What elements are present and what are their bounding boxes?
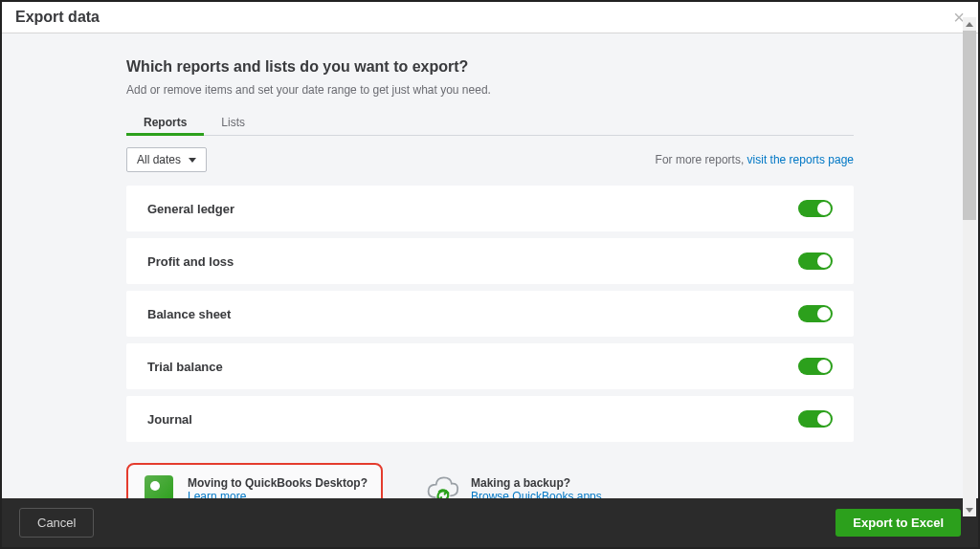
promo-row: Moving to QuickBooks Desktop? Learn more… (126, 463, 854, 498)
report-name: General ledger (147, 202, 234, 216)
controls-row: All dates For more reports, visit the re… (126, 147, 854, 172)
promo-desktop-link[interactable]: Learn more (188, 490, 246, 498)
report-list: General ledger Profit and loss Balance s… (126, 186, 854, 442)
toggle-balance-sheet[interactable] (798, 305, 833, 322)
toggle-journal[interactable] (798, 410, 833, 428)
chevron-down-icon (189, 158, 196, 163)
cancel-button[interactable]: Cancel (19, 508, 94, 538)
cloud-sync-icon (425, 472, 459, 498)
dialog-title: Export data (15, 9, 100, 26)
export-dialog: Export data × Which reports and lists do… (2, 2, 978, 547)
report-name: Trial balance (147, 360, 223, 374)
scrollbar-track[interactable] (963, 31, 976, 504)
promo-backup-title: Making a backup? (471, 476, 602, 490)
report-name: Journal (147, 412, 192, 427)
dialog-footer: Cancel Export to Excel (2, 498, 978, 547)
export-subtext: Add or remove items and set your date ra… (126, 83, 854, 97)
date-range-label: All dates (137, 153, 181, 166)
promo-backup[interactable]: Making a backup? Browse QuickBooks apps (412, 463, 615, 498)
scrollbar-up-button[interactable] (963, 17, 976, 31)
visit-reports-link[interactable]: visit the reports page (747, 153, 854, 166)
more-reports-text: For more reports, visit the reports page (656, 153, 854, 166)
export-question: Which reports and lists do you want to e… (126, 58, 854, 76)
promo-desktop[interactable]: Moving to QuickBooks Desktop? Learn more (126, 463, 383, 498)
list-item: Trial balance (126, 343, 854, 389)
tab-reports[interactable]: Reports (126, 110, 204, 135)
promo-desktop-title: Moving to QuickBooks Desktop? (188, 476, 368, 490)
list-item: Profit and loss (126, 238, 854, 284)
toggle-profit-and-loss[interactable] (798, 253, 833, 270)
list-item: Journal (126, 396, 854, 442)
date-range-select[interactable]: All dates (126, 147, 207, 172)
dialog-header: Export data × (2, 2, 978, 33)
dialog-content: Which reports and lists do you want to e… (2, 33, 978, 498)
quickbooks-desktop-icon (142, 472, 176, 498)
export-to-excel-button[interactable]: Export to Excel (835, 509, 961, 537)
toggle-trial-balance[interactable] (798, 358, 833, 375)
list-item: General ledger (126, 186, 854, 231)
list-item: Balance sheet (126, 291, 854, 337)
promo-backup-link[interactable]: Browse QuickBooks apps (471, 490, 602, 498)
scrollbar-thumb[interactable] (963, 31, 976, 220)
toggle-general-ledger[interactable] (798, 200, 833, 217)
tabs: Reports Lists (126, 110, 854, 136)
tab-lists[interactable]: Lists (204, 110, 262, 135)
report-name: Balance sheet (147, 307, 231, 321)
scrollbar-down-button[interactable] (963, 503, 976, 516)
report-name: Profit and loss (147, 254, 234, 269)
